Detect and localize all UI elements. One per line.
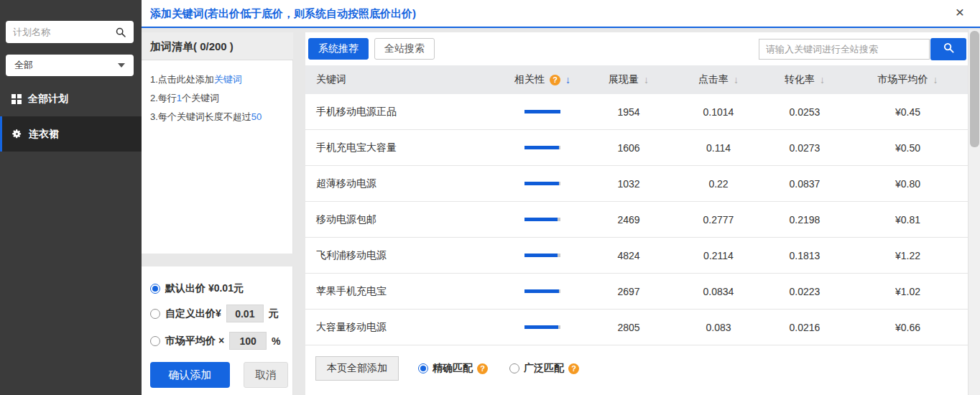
keyword-cell[interactable]: 手机移动电源正品 xyxy=(305,106,503,118)
table-row[interactable]: 手机移动电源正品19540.10140.0253¥0.45 xyxy=(305,94,968,130)
gear-icon xyxy=(11,129,22,139)
sort-arrow-icon[interactable]: ↓ xyxy=(734,74,739,85)
table-row[interactable]: 手机充电宝大容量16060.1140.0273¥0.50 xyxy=(305,130,968,166)
price-cell: ¥0.66 xyxy=(848,322,968,333)
table-row[interactable]: 飞利浦移动电源48240.21140.1813¥1.22 xyxy=(305,238,968,274)
plan-search-box[interactable] xyxy=(6,21,134,43)
cvr-cell: 0.1813 xyxy=(762,250,848,261)
radio-icon[interactable] xyxy=(150,336,160,346)
impressions-cell: 2469 xyxy=(582,214,675,226)
confirm-add-button[interactable]: 确认添加 xyxy=(150,362,230,388)
table-footer: 本页全部添加 精确匹配?广泛匹配? xyxy=(305,345,968,391)
cvr-cell: 0.2198 xyxy=(762,214,848,226)
keyword-cell[interactable]: 移动电源包邮 xyxy=(305,213,503,226)
relevance-cell xyxy=(503,218,582,221)
bid-option-2[interactable]: 市场平均价 ×% xyxy=(150,332,292,350)
sort-arrow-icon[interactable]: ↓ xyxy=(820,74,825,85)
help-icon[interactable]: ? xyxy=(550,75,560,85)
sidebar-item-label: 连衣裙 xyxy=(29,128,59,141)
radio-icon[interactable] xyxy=(150,309,160,319)
relevance-cell xyxy=(503,289,582,293)
scrollbar-thumb[interactable] xyxy=(970,31,979,147)
panel-gap xyxy=(142,254,293,266)
cancel-button[interactable]: 取消 xyxy=(244,362,288,388)
add-all-button[interactable]: 本页全部添加 xyxy=(315,356,399,381)
radio-icon[interactable] xyxy=(418,363,428,373)
column-header[interactable]: 点击率↓ xyxy=(675,73,762,86)
impressions-cell: 2697 xyxy=(582,286,675,297)
match-option-broad[interactable]: 广泛匹配? xyxy=(509,362,579,375)
table-row[interactable]: 大容量移动电源28050.0830.0216¥0.66 xyxy=(305,310,968,345)
add-list-panel: 加词清单( 0/200 ) 1.点击此处添加关键词2.每行1个关键词3.每个关键… xyxy=(142,32,293,395)
impressions-cell: 1032 xyxy=(582,178,675,190)
chevron-down-icon xyxy=(118,63,125,68)
add-list-instructions[interactable]: 1.点击此处添加关键词2.每行1个关键词3.每个关键词长度不超过50 xyxy=(142,60,293,254)
plan-filter-select[interactable]: 全部 xyxy=(6,55,134,76)
keyword-cell[interactable]: 苹果手机充电宝 xyxy=(305,285,503,298)
instruction-text: 2.每行 xyxy=(150,93,177,103)
price-cell: ¥0.50 xyxy=(848,142,968,154)
help-icon[interactable]: ? xyxy=(477,363,488,374)
bid-option-0[interactable]: 默认出价 ¥0.01元 xyxy=(150,282,292,295)
bid-unit-label: 元 xyxy=(269,307,279,320)
bid-value-input[interactable] xyxy=(226,305,264,322)
keyword-cell[interactable]: 大容量移动电源 xyxy=(305,321,503,334)
column-header[interactable]: 相关性?↓ xyxy=(503,73,582,86)
match-options: 精确匹配?广泛匹配? xyxy=(418,362,579,375)
bid-option-label: 市场平均价 × xyxy=(165,335,224,348)
relevance-cell xyxy=(503,254,582,257)
instruction-text: 个关键词 xyxy=(182,93,219,103)
instruction-highlight: 1 xyxy=(177,93,182,103)
column-label: 市场平均价 xyxy=(878,73,928,86)
column-header[interactable]: 展现量↓ xyxy=(582,73,675,86)
sort-arrow-icon[interactable]: ↓ xyxy=(644,74,649,85)
relevance-bar xyxy=(524,146,560,149)
bid-options-panel: 默认出价 ¥0.01元自定义出价¥元市场平均价 ×% 确认添加 取消 xyxy=(142,266,293,395)
bid-unit-label: % xyxy=(272,335,280,347)
match-option-label: 精确匹配 xyxy=(433,362,473,375)
keyword-cell[interactable]: 超薄移动电源 xyxy=(305,177,503,190)
close-icon[interactable]: × xyxy=(956,4,964,19)
sidebar-item-all-plans[interactable]: 全部计划 xyxy=(0,86,142,112)
keyword-search-input[interactable] xyxy=(759,39,930,60)
radio-icon[interactable] xyxy=(509,363,519,373)
relevance-bar-fill xyxy=(524,218,558,221)
table-row[interactable]: 移动电源包邮24690.27770.2198¥0.81 xyxy=(305,202,968,238)
tab-site-search[interactable]: 全站搜索 xyxy=(374,38,435,60)
match-option-exact[interactable]: 精确匹配? xyxy=(418,362,488,375)
tab-system-recommend[interactable]: 系统推荐 xyxy=(308,38,369,60)
sort-arrow-icon[interactable]: ↓ xyxy=(933,74,938,85)
bid-value-input[interactable] xyxy=(229,332,267,350)
bid-option-1[interactable]: 自定义出价¥元 xyxy=(150,305,292,322)
ctr-cell: 0.2777 xyxy=(675,214,762,226)
table-row[interactable]: 超薄移动电源10320.220.0837¥0.80 xyxy=(305,166,968,202)
column-label: 点击率 xyxy=(698,73,729,86)
sidebar-item-campaign[interactable]: 连衣裙 xyxy=(0,116,142,152)
keyword-cell[interactable]: 手机充电宝大容量 xyxy=(305,141,503,154)
ctr-cell: 0.114 xyxy=(675,142,762,154)
keyword-search-button[interactable] xyxy=(930,38,966,60)
column-header[interactable]: 市场平均价↓ xyxy=(848,73,968,86)
cvr-cell: 0.0216 xyxy=(762,322,848,333)
relevance-bar xyxy=(524,182,560,185)
sort-arrow-icon[interactable]: ↓ xyxy=(565,74,570,85)
modal-body: 加词清单( 0/200 ) 1.点击此处添加关键词2.每行1个关键词3.每个关键… xyxy=(142,29,980,395)
plan-filter-value: 全部 xyxy=(14,59,33,72)
vertical-scrollbar[interactable] xyxy=(968,29,980,395)
help-icon[interactable]: ? xyxy=(568,363,579,374)
relevance-bar xyxy=(524,218,560,221)
table-row[interactable]: 苹果手机充电宝26970.08340.0223¥1.02 xyxy=(305,274,968,310)
ctr-cell: 0.083 xyxy=(675,322,762,333)
sidebar-item-label: 全部计划 xyxy=(28,93,68,106)
search-icon[interactable] xyxy=(115,27,126,38)
ctr-cell: 0.0834 xyxy=(675,286,762,297)
column-header[interactable]: 转化率↓ xyxy=(762,73,848,86)
plan-search-input[interactable] xyxy=(13,27,115,37)
price-cell: ¥0.81 xyxy=(848,214,968,226)
price-cell: ¥0.80 xyxy=(848,178,968,190)
keyword-cell[interactable]: 飞利浦移动电源 xyxy=(305,249,503,262)
instruction-highlight: 50 xyxy=(251,111,262,122)
bid-option-label: 默认出价 ¥0.01元 xyxy=(165,282,244,295)
column-label: 展现量 xyxy=(609,73,639,86)
radio-icon[interactable] xyxy=(150,284,160,294)
